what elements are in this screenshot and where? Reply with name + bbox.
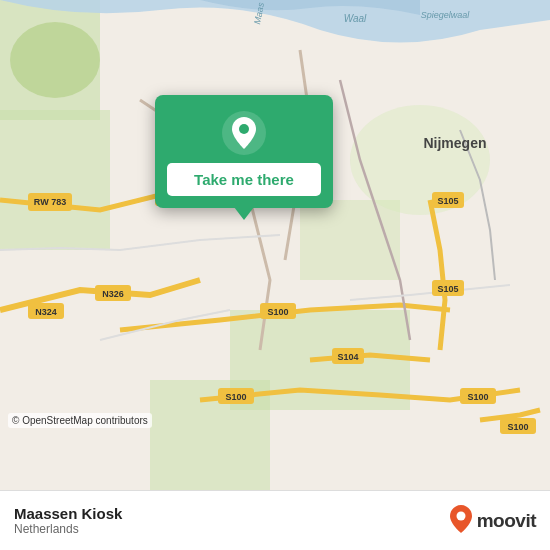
svg-point-7: [350, 105, 490, 215]
svg-text:S100: S100: [507, 422, 528, 432]
svg-text:S100: S100: [225, 392, 246, 402]
location-pin-icon: [222, 111, 266, 155]
svg-text:S100: S100: [267, 307, 288, 317]
svg-point-36: [456, 511, 465, 520]
svg-point-3: [10, 22, 100, 98]
popup-card: Take me there: [155, 95, 333, 208]
moovit-logo: moovit: [449, 505, 536, 537]
moovit-pin-icon: [449, 505, 473, 537]
take-me-there-button[interactable]: Take me there: [167, 163, 321, 196]
location-name: Maassen Kiosk: [14, 505, 122, 522]
svg-text:Nijmegen: Nijmegen: [423, 135, 486, 151]
svg-text:S104: S104: [337, 352, 358, 362]
svg-text:RW 783: RW 783: [34, 197, 66, 207]
svg-text:S105: S105: [437, 284, 458, 294]
svg-text:S100: S100: [467, 392, 488, 402]
svg-text:S105: S105: [437, 196, 458, 206]
svg-text:N324: N324: [35, 307, 57, 317]
moovit-logo-text: moovit: [477, 510, 536, 532]
svg-rect-5: [300, 200, 400, 280]
osm-attribution: © OpenStreetMap contributors: [8, 413, 152, 428]
svg-text:Spiegelwaal: Spiegelwaal: [421, 10, 471, 20]
svg-text:Waal: Waal: [344, 13, 367, 24]
location-info: Maassen Kiosk Netherlands: [14, 505, 122, 536]
svg-rect-2: [0, 110, 110, 250]
svg-text:N326: N326: [102, 289, 124, 299]
svg-point-35: [239, 124, 249, 134]
bottom-bar: Maassen Kiosk Netherlands moovit: [0, 490, 550, 550]
location-country: Netherlands: [14, 522, 122, 536]
map-container: RW 783 N326 N324 S1 S100 S100 S104 S105 …: [0, 0, 550, 490]
